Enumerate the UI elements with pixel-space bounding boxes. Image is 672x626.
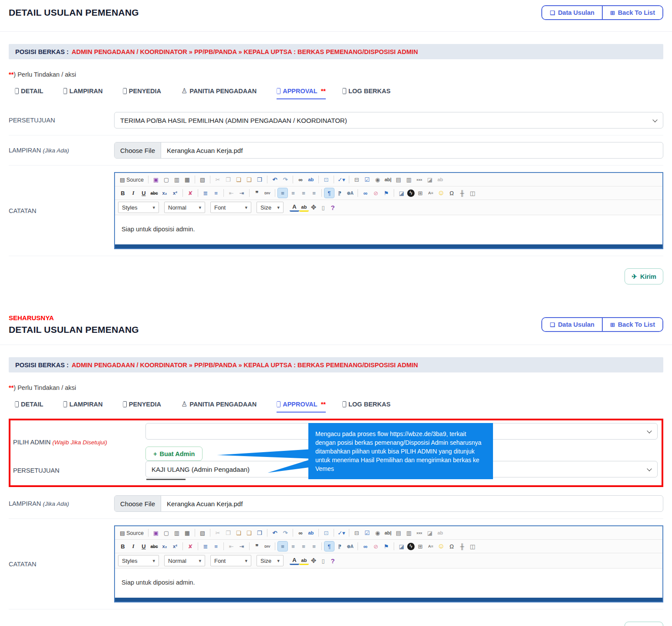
tab-detail[interactable]: DETAIL [15, 88, 47, 99]
hidden-field-icon[interactable]: ab [436, 175, 445, 184]
hidden-field-icon[interactable]: ab [436, 528, 445, 538]
align-justify-icon[interactable]: ≡ [309, 541, 319, 551]
find-icon[interactable]: ∞ [296, 175, 305, 184]
select-field-icon[interactable]: ▥ [404, 528, 414, 538]
about-icon[interactable]: ? [328, 203, 338, 212]
select-all-icon[interactable]: ⊡ [321, 175, 331, 184]
preview-icon[interactable]: ▥ [172, 528, 182, 538]
redo-icon[interactable]: ↷ [280, 175, 290, 184]
smiley-icon[interactable]: ☺ [436, 541, 446, 551]
page-break-icon[interactable]: ╫ [457, 188, 467, 198]
superscript-icon[interactable]: x² [170, 541, 180, 551]
styles-dropdown[interactable]: Styles [118, 202, 159, 213]
cut-icon[interactable]: ✂ [213, 528, 223, 538]
select-all-icon[interactable]: ⊡ [321, 528, 331, 538]
select-field-icon[interactable]: ▥ [404, 175, 414, 184]
anchor-icon[interactable]: ⚑ [382, 188, 391, 198]
paste-word-icon[interactable]: ❒ [255, 528, 264, 538]
strike-icon[interactable]: abc [149, 188, 159, 198]
kirim-button[interactable]: ✈ Kirim [625, 622, 663, 626]
choose-file-button[interactable]: Choose File [115, 496, 161, 511]
remove-format-icon[interactable]: ✘ [186, 541, 195, 551]
align-center-icon[interactable]: ≡ [288, 541, 298, 551]
maximize-icon[interactable]: ✥ [309, 556, 318, 565]
paste-text-icon[interactable]: ❑ [244, 528, 254, 538]
form-icon[interactable]: ⊟ [352, 175, 361, 184]
outdent-icon[interactable]: ⇤ [226, 188, 236, 198]
editor-content[interactable]: Siap untuk diposisi admin. [115, 568, 662, 598]
kirim-button[interactable]: ✈ Kirim [625, 268, 663, 284]
indent-icon[interactable]: ⇥ [237, 188, 247, 198]
tab-lampiran[interactable]: LAMPIRAN [63, 401, 106, 413]
undo-icon[interactable]: ↶ [270, 528, 280, 538]
text-field-icon[interactable]: ab| [383, 528, 393, 538]
unlink-icon[interactable]: ⊘ [371, 188, 381, 198]
tab-log-berkas[interactable]: LOG BERKAS [342, 88, 394, 99]
ltr-icon[interactable]: ¶ [324, 541, 334, 551]
save-icon[interactable]: ▣ [151, 528, 161, 538]
anchor-icon[interactable]: ⚑ [382, 541, 391, 551]
flash-icon[interactable]: ϟ [407, 543, 415, 550]
iframe-icon[interactable]: ◫ [468, 188, 477, 198]
show-blocks-icon[interactable]: ▯ [318, 203, 328, 212]
tab-panitia-pengadaan[interactable]: ♙ PANITIA PENGADAAN [181, 401, 260, 413]
show-blocks-icon[interactable]: ▯ [318, 556, 328, 565]
button-icon[interactable]: xxx [415, 175, 424, 184]
replace-icon[interactable]: ab [306, 175, 316, 184]
source-button[interactable]: ▤ Source [118, 528, 145, 538]
font-dropdown[interactable]: Font [210, 202, 251, 213]
tab-approval[interactable]: APPROVAL ** [277, 401, 326, 413]
copy-icon[interactable]: ❐ [223, 528, 233, 538]
align-left-icon[interactable]: ≡ [278, 188, 287, 198]
image-icon[interactable]: ◪ [397, 188, 406, 198]
tab-detail[interactable]: DETAIL [15, 401, 47, 413]
lampiran-file-input[interactable]: Choose File Kerangka Acuan Kerja.pdf [114, 495, 663, 512]
templates-icon[interactable]: ▧ [198, 528, 207, 538]
find-icon[interactable]: ∞ [296, 528, 305, 538]
blockquote-icon[interactable]: ❞ [252, 541, 262, 551]
checkbox-icon[interactable]: ☑ [362, 528, 372, 538]
numbered-list-icon[interactable]: ≣ [201, 188, 210, 198]
format-dropdown[interactable]: Normal [164, 202, 205, 213]
table-icon[interactable]: ⊞ [415, 541, 425, 551]
align-right-icon[interactable]: ≡ [299, 541, 308, 551]
paste-text-icon[interactable]: ❑ [244, 175, 254, 184]
italic-icon[interactable]: I [128, 188, 138, 198]
print-icon[interactable]: ▦ [182, 528, 192, 538]
styles-dropdown[interactable]: Styles [118, 555, 159, 566]
cut-icon[interactable]: ✂ [213, 175, 223, 184]
align-left-icon[interactable]: ≡ [278, 541, 287, 551]
rtl-icon[interactable]: ⁋ [335, 541, 344, 551]
paste-icon[interactable]: ❏ [234, 175, 243, 184]
bg-color-icon[interactable]: ab [299, 557, 309, 565]
checkbox-icon[interactable]: ☑ [362, 175, 372, 184]
outdent-icon[interactable]: ⇤ [226, 541, 236, 551]
tab-penyedia[interactable]: PENYEDIA [123, 401, 165, 413]
size-dropdown[interactable]: Size [257, 555, 284, 566]
text-color-icon[interactable]: A [290, 203, 299, 212]
textarea-icon[interactable]: ▤ [394, 528, 403, 538]
special-char-icon[interactable]: Ω [447, 541, 456, 551]
div-icon[interactable]: DIV [263, 188, 272, 198]
tab-lampiran[interactable]: LAMPIRAN [63, 88, 106, 99]
maximize-icon[interactable]: ✥ [309, 203, 318, 212]
editor-content[interactable]: Siap untuk diposisi admin. [115, 215, 662, 244]
source-button[interactable]: ▤ Source [118, 175, 145, 184]
save-icon[interactable]: ▣ [151, 175, 161, 184]
print-icon[interactable]: ▦ [182, 175, 192, 184]
textarea-icon[interactable]: ▤ [394, 175, 403, 184]
subscript-icon[interactable]: x₂ [160, 541, 169, 551]
special-char-icon[interactable]: Ω [447, 188, 456, 198]
div-icon[interactable]: DIV [263, 541, 272, 551]
language-icon[interactable]: ⊕A [345, 188, 355, 198]
button-icon[interactable]: xxx [415, 528, 424, 538]
link-icon[interactable]: ∞ [361, 541, 370, 551]
bold-icon[interactable]: B [118, 541, 128, 551]
copy-icon[interactable]: ❐ [223, 175, 233, 184]
bold-icon[interactable]: B [118, 188, 128, 198]
flash-icon[interactable]: ϟ [407, 189, 415, 197]
underline-icon[interactable]: U [139, 188, 149, 198]
indent-icon[interactable]: ⇥ [237, 541, 247, 551]
rtl-icon[interactable]: ⁋ [335, 188, 344, 198]
tab-penyedia[interactable]: PENYEDIA [123, 88, 165, 99]
